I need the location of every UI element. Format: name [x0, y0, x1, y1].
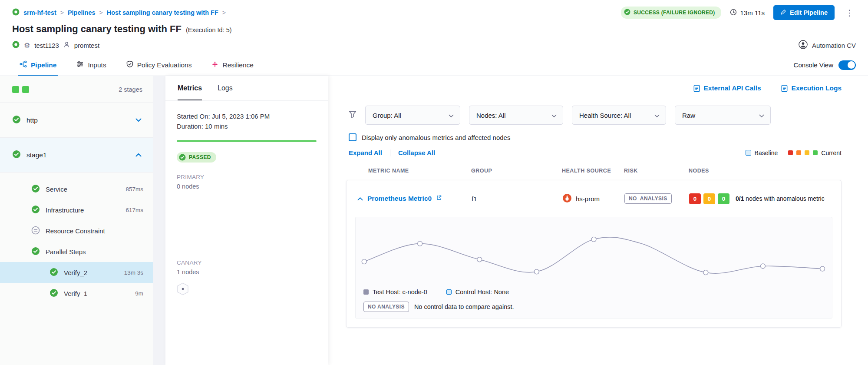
- tab-inputs[interactable]: Inputs: [76, 54, 106, 76]
- step-label: Parallel Steps: [46, 248, 86, 256]
- group-filter-select[interactable]: Group: All: [365, 106, 460, 125]
- step-duration: 13m 3s: [124, 269, 143, 276]
- step-label: Verify_1: [64, 290, 87, 297]
- stage-square-1[interactable]: [12, 86, 19, 93]
- step-verify-2[interactable]: Verify_2 13m 3s: [0, 262, 153, 283]
- breadcrumb-pipelines-link[interactable]: Pipelines: [68, 9, 96, 16]
- stage1-steps-list: Service 857ms Infrastructure 617ms Resou…: [0, 173, 153, 304]
- step-label: Infrastructure: [46, 206, 84, 214]
- breadcrumb-separator: >: [222, 9, 226, 16]
- success-check-icon: [50, 289, 58, 299]
- execution-logs-link[interactable]: Execution Logs: [781, 84, 842, 92]
- tab-inputs-label: Inputs: [88, 61, 106, 69]
- account-user-name: Automation CV: [812, 42, 856, 49]
- step-label: Service: [46, 186, 67, 193]
- clock-icon: [730, 9, 737, 17]
- stage-square-2[interactable]: [22, 86, 29, 93]
- kebab-menu-icon[interactable]: ⋮: [843, 8, 856, 18]
- metric-chart: [356, 222, 832, 287]
- chart-color-legend: Baseline Current: [746, 149, 842, 156]
- stage-http[interactable]: http: [0, 103, 153, 138]
- control-host-swatch: [446, 289, 452, 295]
- started-on: Started On: Jul 5, 2023 1:06 PM: [177, 111, 317, 121]
- tab-metrics[interactable]: Metrics: [178, 76, 202, 100]
- sidebar-gutter: [153, 76, 165, 365]
- no-analysis-message: No control data to compare against.: [414, 303, 514, 310]
- console-view-control: Console View: [794, 54, 856, 76]
- control-host-label: Control Host: None: [455, 289, 509, 295]
- trigger-name: promtest: [74, 42, 99, 49]
- service-name: test1123: [34, 42, 59, 49]
- triggered-by: Automation CV: [799, 40, 856, 51]
- step-parallel-steps[interactable]: Parallel Steps: [0, 241, 153, 262]
- external-api-calls-link[interactable]: External API Calls: [693, 84, 761, 92]
- divider: [390, 149, 390, 156]
- step-duration: 617ms: [125, 207, 143, 213]
- tab-pipeline[interactable]: Pipeline: [20, 54, 56, 76]
- collapse-row-chevron-icon[interactable]: [357, 197, 363, 201]
- health-source-filter-value: Health Source: All: [579, 112, 631, 119]
- check-icon: [179, 154, 186, 161]
- metric-name-link[interactable]: Prometheus Metric0: [367, 195, 432, 202]
- chevron-down-icon[interactable]: [135, 118, 142, 122]
- chevron-up-icon[interactable]: [135, 153, 142, 157]
- external-link-icon[interactable]: [436, 195, 442, 202]
- baseline-label: Baseline: [755, 149, 778, 156]
- chevron-down-icon: [759, 112, 764, 119]
- success-check-icon: [624, 9, 630, 17]
- expand-all-link[interactable]: Expand All: [349, 149, 382, 156]
- step-infrastructure[interactable]: Infrastructure 617ms: [0, 199, 153, 220]
- metric-chart-panel: Test Host: c-node-0 Control Host: None N…: [355, 217, 832, 319]
- step-verify-1[interactable]: Verify_1 9m: [0, 283, 153, 304]
- col-risk: RISK: [624, 168, 689, 174]
- resilience-icon: [211, 61, 218, 70]
- health-source-filter-select[interactable]: Health Source: All: [572, 106, 666, 125]
- stage-http-label: http: [26, 116, 38, 124]
- stage-stage1[interactable]: stage1: [0, 138, 153, 173]
- step-duration: 857ms: [125, 186, 143, 192]
- chevron-down-icon: [654, 112, 660, 119]
- node-count-orange: 0: [703, 193, 715, 204]
- metric-row-card: Prometheus Metric0 f1 hs-prom NO_ANALYSI…: [346, 180, 842, 328]
- node-count-red: 0: [689, 193, 701, 204]
- breadcrumb-separator: >: [99, 9, 103, 16]
- tab-logs[interactable]: Logs: [218, 76, 233, 100]
- canary-node-hexagon[interactable]: [177, 282, 317, 297]
- col-health-source: HEALTH SOURCE: [562, 168, 624, 174]
- prometheus-icon: [562, 193, 572, 204]
- inputs-icon: [76, 60, 84, 70]
- step-duration: 9m: [135, 290, 143, 297]
- breadcrumb-pipeline-link[interactable]: Host sampling canary testing with FF: [107, 9, 218, 16]
- console-view-label: Console View: [794, 61, 833, 69]
- step-resource-constraint[interactable]: Resource Constraint: [0, 220, 153, 241]
- data-type-select[interactable]: Raw: [675, 106, 771, 125]
- step-label: Resource Constraint: [46, 227, 105, 235]
- primary-heading: PRIMARY: [177, 174, 317, 180]
- collapse-all-link[interactable]: Collapse All: [398, 149, 435, 156]
- document-icon: [693, 85, 700, 92]
- passed-badge: PASSED: [177, 152, 216, 163]
- tab-resilience-label: Resilience: [222, 61, 254, 69]
- risk-orange-swatch: [796, 150, 801, 155]
- anomalous-nodes-ratio: 0/1: [736, 195, 744, 202]
- tab-policy-evaluations[interactable]: Policy Evaluations: [126, 54, 192, 76]
- edit-pipeline-label: Edit Pipeline: [790, 9, 828, 16]
- risk-badge: NO_ANALYSIS: [624, 193, 672, 204]
- nodes-filter-select[interactable]: Nodes: All: [469, 106, 563, 125]
- metrics-panel: External API Calls Execution Logs Group:…: [328, 76, 868, 365]
- baseline-swatch: [746, 150, 751, 156]
- status-text: SUCCESS (FAILURE IGNORED): [634, 10, 715, 16]
- step-service[interactable]: Service 857ms: [0, 179, 153, 199]
- health-source-name: hs-prom: [576, 195, 600, 202]
- primary-node-count: 0 nodes: [177, 183, 317, 190]
- stages-summary: 2 stages: [0, 76, 153, 103]
- test-host-swatch: [363, 289, 369, 295]
- tab-resilience[interactable]: Resilience: [211, 54, 254, 76]
- table-header: METRIC NAME GROUP HEALTH SOURCE RISK NOD…: [346, 168, 842, 174]
- anomalous-only-checkbox[interactable]: [349, 133, 356, 141]
- breadcrumb-project-link[interactable]: srm-hf-test: [23, 9, 56, 16]
- console-view-toggle[interactable]: [838, 60, 856, 70]
- tab-policy-label: Policy Evaluations: [137, 61, 192, 69]
- tab-pipeline-label: Pipeline: [31, 61, 56, 69]
- edit-pipeline-button[interactable]: Edit Pipeline: [773, 5, 835, 20]
